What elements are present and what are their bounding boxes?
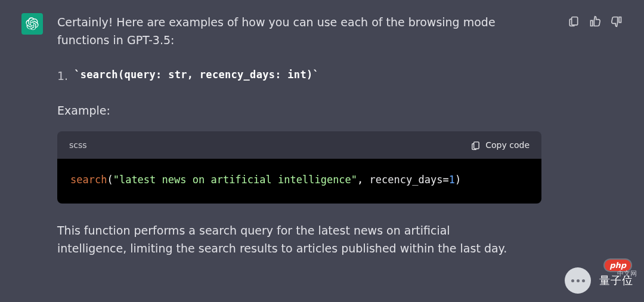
code-content: search("latest news on artificial intell… <box>57 159 541 204</box>
openai-logo-icon <box>26 17 39 30</box>
code-string: "latest news on artificial intelligence" <box>113 174 357 186</box>
intro-text: Certainly! Here are examples of how you … <box>57 13 541 49</box>
message-actions <box>568 16 623 257</box>
code-close-paren: ) <box>455 174 461 186</box>
list-item-1: 1. `search(query: str, recency_days: int… <box>57 67 541 85</box>
code-block: scss Copy code search("latest news on ar… <box>57 131 541 204</box>
code-function: search <box>70 174 107 186</box>
svg-rect-0 <box>474 141 479 148</box>
code-argname: recency_days <box>370 174 443 186</box>
code-eq: = <box>442 174 448 186</box>
thumbs-down-icon[interactable] <box>611 16 623 27</box>
clipboard-icon <box>470 140 481 150</box>
copy-code-label: Copy code <box>485 138 530 152</box>
code-block-header: scss Copy code <box>57 131 541 159</box>
svg-rect-1 <box>572 17 578 25</box>
dots-icon <box>571 279 585 282</box>
example-label: Example: <box>57 101 541 119</box>
code-language-label: scss <box>69 138 87 152</box>
message-row: Certainly! Here are examples of how you … <box>0 0 644 257</box>
clipboard-icon[interactable] <box>568 16 580 27</box>
code-separator: , <box>357 174 369 186</box>
assistant-avatar <box>21 13 43 35</box>
thumbs-up-icon[interactable] <box>589 16 601 27</box>
inline-code-signature: `search(query: str, recency_days: int)` <box>74 67 319 85</box>
code-number: 1 <box>449 174 455 186</box>
list-number: 1. <box>57 67 68 85</box>
watermark-overlay: 量子位 <box>565 267 633 294</box>
function-description: This function performs a search query fo… <box>57 221 541 257</box>
watermark-author: 量子位 <box>599 273 633 288</box>
chat-bubble-icon <box>565 267 591 294</box>
copy-code-button[interactable]: Copy code <box>470 138 530 152</box>
assistant-message: Certainly! Here are examples of how you … <box>57 13 553 257</box>
code-open-paren: ( <box>107 174 113 186</box>
